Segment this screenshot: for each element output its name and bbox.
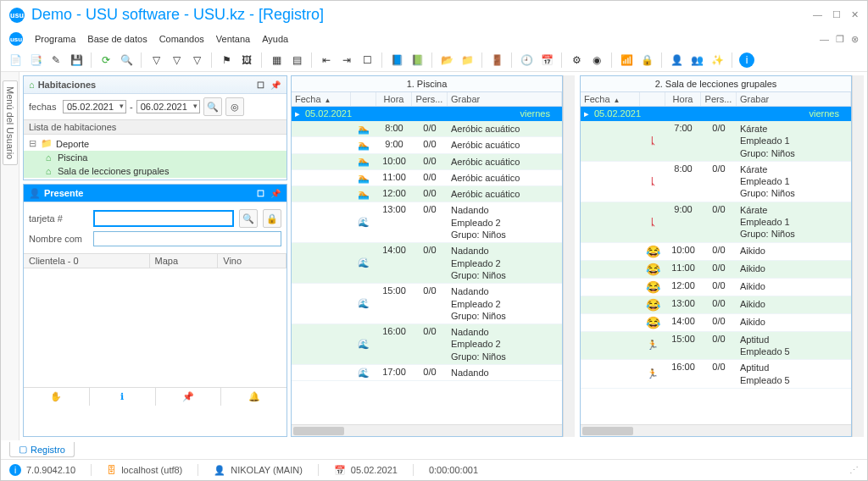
schedule-row[interactable]: 🌊 14:00 0/0 NadandoEmpleado 2Grupo: Niño… <box>292 243 562 284</box>
tool-info-icon[interactable]: i <box>739 53 754 68</box>
maximize-button[interactable]: ☐ <box>832 9 841 20</box>
tool-user-icon[interactable]: 👤 <box>669 53 684 68</box>
resize-grip-icon[interactable]: ⋰ <box>849 465 859 476</box>
col-grabar[interactable]: Grabar <box>737 92 851 106</box>
expand-icon[interactable]: ⊟ <box>29 138 37 149</box>
scrollbar-horizontal[interactable] <box>581 424 851 436</box>
tool-layout-icon[interactable]: ▤ <box>289 53 304 68</box>
schedule-row[interactable]: 🌊 16:00 0/0 NadandoEmpleado 2Grupo: Niño… <box>292 324 562 365</box>
col-pers[interactable]: Pers... <box>701 92 737 106</box>
col-hora[interactable]: Hora <box>376 92 412 106</box>
scrollbar-vertical[interactable] <box>852 75 864 437</box>
lock-button[interactable]: 🔒 <box>263 209 281 228</box>
search-dates-button[interactable]: 🔍 <box>203 97 222 116</box>
tool-indent-icon[interactable]: ⇤ <box>319 53 334 68</box>
menu-comandos[interactable]: Comandos <box>159 34 204 44</box>
tool-edit-icon[interactable]: ✎ <box>48 53 64 68</box>
col-icon[interactable] <box>351 92 376 106</box>
schedule-row[interactable]: 🏊 11:00 0/0 Aeróbic acuático <box>292 170 562 186</box>
schedule-date-row[interactable]: ▸ 05.02.2021 viernes <box>581 107 851 121</box>
menu-base-de-datos[interactable]: Base de datos <box>87 34 147 44</box>
tool-color-icon[interactable]: ◉ <box>589 53 604 68</box>
panel-pin-icon[interactable]: 📌 <box>270 187 281 199</box>
schedule-row[interactable]: 😂 14:00 0/0 Aikido <box>581 314 851 332</box>
minimize-button[interactable]: — <box>813 9 822 20</box>
schedule-row[interactable]: 🏊 12:00 0/0 Aeróbic acuático <box>292 186 562 202</box>
tool-lock-icon[interactable]: 🔒 <box>639 53 654 68</box>
col-fecha[interactable]: Fecha▲ <box>581 92 640 106</box>
col-hora[interactable]: Hora <box>665 92 701 106</box>
tree-node-sala[interactable]: ⌂ Sala de lecciones grupales <box>24 164 287 178</box>
expand-icon[interactable]: ▸ <box>584 108 594 119</box>
tool-page-icon[interactable]: ☐ <box>359 53 375 68</box>
schedule-row[interactable]: 🏃 15:00 0/0 AptitudEmpleado 5 <box>581 332 851 361</box>
menu-ayuda[interactable]: Ayuda <box>262 34 288 44</box>
tab-registro[interactable]: ▢ Registro <box>9 442 75 457</box>
name-input[interactable] <box>93 231 281 246</box>
col-pers[interactable]: Pers... <box>412 92 448 106</box>
tool-new-icon[interactable]: 📄 <box>8 53 23 68</box>
tool-exit-icon[interactable]: 🚪 <box>489 53 504 68</box>
schedule-row[interactable]: ᚳ 7:00 0/0 KárateEmpleado 1Grupo: Niños <box>581 121 851 162</box>
tool-refresh-icon[interactable]: ⟳ <box>98 53 114 68</box>
tree-node-piscina[interactable]: ⌂ Piscina <box>24 151 287 164</box>
schedule-row[interactable]: ᚳ 9:00 0/0 KárateEmpleado 1Grupo: Niños <box>581 202 851 243</box>
menu-logo-icon[interactable]: usu <box>9 32 23 46</box>
info-button[interactable]: ℹ <box>90 388 156 406</box>
col-mapa[interactable]: Mapa <box>150 254 219 268</box>
close-button[interactable]: ✕ <box>851 9 859 20</box>
user-menu-tab[interactable]: Menú del Usuario <box>3 80 18 165</box>
tool-copy-icon[interactable]: 📑 <box>28 53 43 68</box>
schedule-row[interactable]: 😂 12:00 0/0 Aikido <box>581 279 851 296</box>
schedule-row[interactable]: 🌊 17:00 0/0 Nadando <box>292 365 562 381</box>
tool-rss-icon[interactable]: 📶 <box>619 53 634 68</box>
tool-save-icon[interactable]: 💾 <box>69 53 84 68</box>
menu-ventana[interactable]: Ventana <box>216 34 250 44</box>
schedule-row[interactable]: 🏊 8:00 0/0 Aeróbic acuático <box>292 121 562 137</box>
schedule-row[interactable]: 🌊 15:00 0/0 NadandoEmpleado 2Grupo: Niño… <box>292 284 562 324</box>
tool-calendar-icon[interactable]: 📅 <box>539 53 554 68</box>
panel-pin-icon[interactable]: 📌 <box>270 79 281 91</box>
menu-programa[interactable]: Programa <box>35 34 75 44</box>
schedule-row[interactable]: 🌊 13:00 0/0 NadandoEmpleado 2Grupo: Niño… <box>292 202 562 243</box>
tool-export-doc-icon[interactable]: 📘 <box>389 53 404 68</box>
schedule-row[interactable]: 😂 13:00 0/0 Aikido <box>581 296 851 314</box>
tool-outdent-icon[interactable]: ⇥ <box>339 53 354 68</box>
tool-flag-icon[interactable]: ⚑ <box>219 53 234 68</box>
col-clientela[interactable]: Clientela - 0 <box>24 254 150 268</box>
tool-folder-new-icon[interactable]: 📂 <box>439 53 454 68</box>
tool-filter-icon[interactable]: ▽ <box>148 53 164 68</box>
schedule-row[interactable]: ᚳ 8:00 0/0 KárateEmpleado 1Grupo: Niños <box>581 162 851 202</box>
mdi-restore-button[interactable]: ❐ <box>836 34 844 45</box>
schedule-row[interactable]: 🏊 9:00 0/0 Aeróbic acuático <box>292 137 562 153</box>
schedule-row[interactable]: 🏃 16:00 0/0 AptitudEmpleado 5 <box>581 360 851 389</box>
tool-grid-icon[interactable]: ▦ <box>269 53 284 68</box>
pin-button[interactable]: 📌 <box>156 388 222 406</box>
schedule-row[interactable]: 😂 11:00 0/0 Aikido <box>581 261 851 279</box>
col-vino[interactable]: Vino <box>218 254 287 268</box>
tool-export-xls-icon[interactable]: 📗 <box>409 53 425 68</box>
tool-folder-add-icon[interactable]: 📁 <box>459 53 475 68</box>
date-to-input[interactable]: 06.02.2021 <box>136 100 200 113</box>
tool-search-icon[interactable]: 🔍 <box>119 53 134 68</box>
tool-image-icon[interactable]: 🖼 <box>239 53 254 68</box>
target-button[interactable]: ◎ <box>225 97 244 116</box>
mdi-minimize-button[interactable]: — <box>820 34 829 45</box>
schedule-row[interactable]: 🏊 10:00 0/0 Aeróbic acuático <box>292 154 562 170</box>
tool-wand-icon[interactable]: ✨ <box>709 53 725 68</box>
panel-collapse-icon[interactable]: ☐ <box>254 79 266 91</box>
tree-node-deporte[interactable]: ⊟ 📁 Deporte <box>24 136 287 151</box>
col-grabar[interactable]: Grabar <box>448 92 562 106</box>
scrollbar-vertical[interactable] <box>563 75 575 437</box>
card-number-input[interactable] <box>93 210 234 227</box>
schedule-date-row[interactable]: ▸ 05.02.2021 viernes <box>292 107 562 121</box>
date-from-input[interactable]: 05.02.2021 <box>63 100 126 113</box>
expand-icon[interactable]: ▸ <box>295 108 305 119</box>
hand-button[interactable]: ✋ <box>24 388 90 406</box>
tool-clock-icon[interactable]: 🕘 <box>519 53 534 68</box>
mdi-close-button[interactable]: ⊗ <box>851 34 859 45</box>
scrollbar-horizontal[interactable] <box>292 424 562 436</box>
search-client-button[interactable]: 🔍 <box>239 209 258 228</box>
tool-users-icon[interactable]: 👥 <box>689 53 704 68</box>
panel-collapse-icon[interactable]: ☐ <box>254 187 266 199</box>
